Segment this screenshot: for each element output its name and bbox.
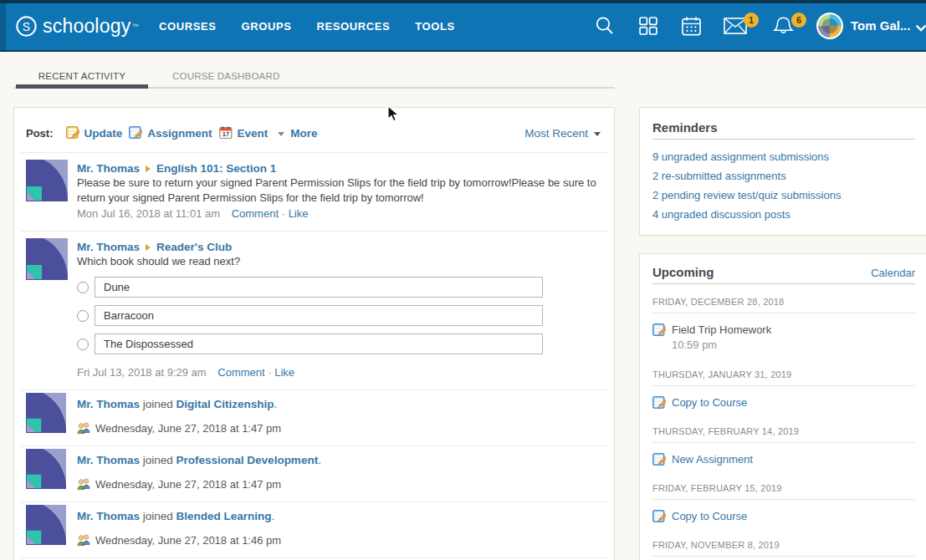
mouse-cursor <box>387 105 399 123</box>
joined-subline: Wednesday, June 27, 2018 at 1:46 pm <box>77 533 602 547</box>
upcoming-item-title[interactable]: Field Trip Homework <box>672 323 771 337</box>
reminders-card: Reminders 9 ungraded assignment submissi… <box>639 107 926 236</box>
post-timestamp: Fri Jul 13, 2018 at 9:29 am <box>77 366 207 379</box>
upcoming-item: New Assignment <box>652 453 915 466</box>
poll-radio[interactable] <box>77 282 89 293</box>
post-more-button[interactable]: More <box>274 127 317 140</box>
messages-icon[interactable]: 1 <box>723 13 748 38</box>
notifications-icon[interactable]: 6 <box>770 13 796 38</box>
poll-radio[interactable] <box>77 310 89 322</box>
joined-subline: Wednesday, June 27, 2018 at 1:47 pm <box>77 421 602 435</box>
group-members-icon <box>77 421 90 435</box>
upcoming-item: Copy to Course <box>652 396 915 410</box>
poll-radio[interactable] <box>77 339 89 350</box>
feed-item-update: Mr. ThomasEnglish 101: Section 1 Please … <box>14 153 614 231</box>
context-link[interactable]: Digital Citizenship <box>177 398 274 410</box>
author-link[interactable]: Mr. Thomas <box>77 510 140 522</box>
tab-recent-activity[interactable]: RECENT ACTIVITY <box>16 63 148 89</box>
upcoming-item-link[interactable]: New Assignment <box>672 453 753 466</box>
navbar-icons: 1 6 <box>0 7 926 53</box>
messages-badge[interactable]: 1 <box>744 13 759 28</box>
breadcrumb-arrow-icon <box>146 165 151 172</box>
author-link[interactable]: Mr. Thomas <box>77 241 140 253</box>
joined-timestamp: Wednesday, June 27, 2018 at 1:47 pm <box>95 422 281 435</box>
author-link[interactable]: Mr. Thomas <box>77 162 140 175</box>
upcoming-date: THURSDAY, JANUARY 31, 2019 <box>652 369 915 380</box>
feed-item-joined: Mr. Thomas joined Digital Citizenship. W… <box>14 390 614 445</box>
reminder-link-ungraded-assignments[interactable]: 9 ungraded assignment submissions <box>652 147 915 166</box>
notifications-badge[interactable]: 6 <box>791 13 806 28</box>
upcoming-title: Upcoming <box>652 265 714 279</box>
poll-option-row: The Dispossessed <box>77 333 602 354</box>
more-caret-icon <box>278 132 284 136</box>
assignment-icon <box>129 126 142 140</box>
post-bar: Post: Update Assignment Event More Most … <box>14 108 614 152</box>
top-navbar: S schoology™ COURSES GROUPS RESOURCES TO… <box>0 0 926 52</box>
update-icon <box>66 126 79 140</box>
post-update-button[interactable]: Update <box>66 126 123 140</box>
assignment-icon <box>652 453 666 466</box>
poll-option-row: Barracoon <box>77 305 602 326</box>
calendar-icon[interactable] <box>678 13 703 38</box>
author-link[interactable]: Mr. Thomas <box>77 398 140 410</box>
reminder-link-ungraded-discussions[interactable]: 4 ungraded discussion posts <box>652 205 915 224</box>
user-menu[interactable]: Tom Gal... <box>851 18 910 33</box>
comment-link[interactable]: Comment <box>232 207 279 220</box>
comment-link[interactable]: Comment <box>217 366 264 379</box>
joined-subline: Wednesday, June 27, 2018 at 1:47 pm <box>77 477 602 491</box>
search-icon[interactable] <box>592 13 617 38</box>
assignment-icon <box>652 323 666 337</box>
post-footer: Fri Jul 13, 2018 at 9:29 am Comment · Li… <box>77 366 602 379</box>
context-link[interactable]: Professional Development <box>177 454 319 466</box>
context-link[interactable]: English 101: Section 1 <box>156 162 276 175</box>
feed-item-title: Mr. ThomasReader's Club <box>77 242 602 253</box>
group-members-icon <box>77 477 90 491</box>
feed-item-joined: Mr. Thomas joined Professional Developme… <box>14 446 614 501</box>
apps-grid-icon[interactable] <box>636 13 661 38</box>
reminder-link-resubmitted[interactable]: 2 re-submitted assignments <box>652 166 915 186</box>
calendar-link[interactable]: Calendar <box>871 267 915 279</box>
breadcrumb-arrow-icon <box>146 244 151 251</box>
course-avatar[interactable] <box>26 238 68 280</box>
activity-feed-card: Post: Update Assignment Event More Most … <box>13 107 615 560</box>
post-assignment-button[interactable]: Assignment <box>129 126 212 140</box>
tab-course-dashboard[interactable]: COURSE DASHBOARD <box>172 63 296 89</box>
feed-item-joined: Mr. Thomas joined Blended Learning. Wedn… <box>14 502 614 557</box>
author-link[interactable]: Mr. Thomas <box>77 454 140 466</box>
post-footer: Mon Jul 16, 2018 at 11:01 am Comment · L… <box>77 207 602 221</box>
divider <box>21 557 607 558</box>
poll-option-box[interactable]: Barracoon <box>95 305 543 326</box>
upcoming-item-link[interactable]: Copy to Course <box>672 396 747 410</box>
post-timestamp: Mon Jul 16, 2018 at 11:01 am <box>77 207 220 220</box>
joined-timestamp: Wednesday, June 27, 2018 at 1:46 pm <box>95 534 281 547</box>
context-link[interactable]: Reader's Club <box>156 241 232 253</box>
poll-options: Dune Barracoon The Dispossessed <box>77 277 602 354</box>
poll-option-box[interactable]: Dune <box>95 277 543 298</box>
rule <box>652 313 915 313</box>
upcoming-date: THURSDAY, FEBRUARY 14, 2019 <box>652 426 915 437</box>
event-icon <box>219 126 233 140</box>
poll-option-box[interactable]: The Dispossessed <box>95 333 543 354</box>
assignment-icon <box>652 510 666 523</box>
sort-dropdown[interactable]: Most Recent <box>524 127 602 140</box>
course-avatar[interactable] <box>26 505 66 545</box>
course-avatar[interactable] <box>26 160 68 201</box>
user-avatar[interactable] <box>816 13 843 39</box>
like-link[interactable]: Like <box>274 366 294 379</box>
rule <box>652 385 915 386</box>
context-link[interactable]: Blended Learning <box>177 510 272 522</box>
post-event-button[interactable]: Event <box>219 126 269 140</box>
like-link[interactable]: Like <box>289 207 309 220</box>
course-avatar[interactable] <box>26 393 66 433</box>
reminder-link-pending-review[interactable]: 2 pending review test/quiz submissions <box>652 186 915 205</box>
course-avatar[interactable] <box>26 449 66 489</box>
user-menu-chevron-icon[interactable] <box>915 24 926 32</box>
upcoming-card: Upcoming Calendar FRIDAY, DECEMBER 28, 2… <box>639 253 926 560</box>
upcoming-item-link[interactable]: Copy to Course <box>672 510 747 523</box>
feed-item-title: Mr. ThomasEnglish 101: Section 1 <box>77 163 602 175</box>
upcoming-date: FRIDAY, NOVEMBER 8, 2019 <box>652 540 915 551</box>
post-label: Post: <box>26 127 54 140</box>
activity-tabbar: RECENT ACTIVITY COURSE DASHBOARD <box>13 63 615 89</box>
reminders-list: 9 ungraded assignment submissions 2 re-s… <box>652 140 915 224</box>
upcoming-item: Copy to Course <box>652 510 915 523</box>
